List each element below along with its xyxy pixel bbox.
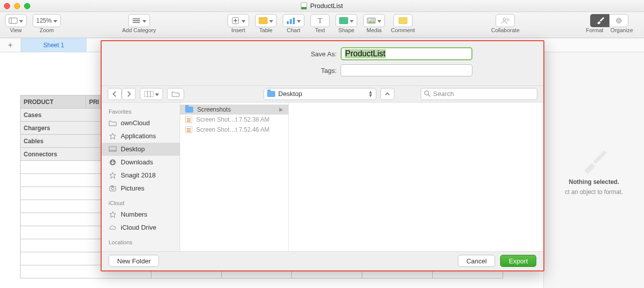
svg-rect-26 (109, 147, 116, 151)
sidebar-item-numbers[interactable]: Numbers (102, 208, 180, 221)
browser-column-2[interactable] (289, 103, 543, 251)
collaborate-label: Collaborate (491, 27, 519, 33)
sidebar-header-favorites: Favorites (102, 107, 180, 117)
location-popup[interactable]: Desktop ▲▼ (264, 88, 376, 100)
organize-button[interactable] (609, 14, 628, 27)
action-menu-button[interactable] (167, 88, 184, 100)
sidebar-item-applications[interactable]: Applications (102, 130, 180, 143)
sidebar-item-desktop[interactable]: Desktop (102, 143, 180, 156)
media-button[interactable] (363, 14, 385, 27)
browser-item-file[interactable]: Screen Shot…t 7.52.38 AM (180, 115, 288, 125)
applications-icon (109, 211, 117, 218)
organize-icon (614, 17, 623, 24)
insert-button[interactable] (227, 14, 249, 27)
nav-forward-button[interactable] (122, 88, 136, 100)
tags-label: Tags: (173, 67, 337, 74)
view-label: View (10, 27, 22, 33)
text-button[interactable]: T (310, 14, 330, 27)
shape-button[interactable] (336, 14, 357, 27)
save-as-field-wrap[interactable]: ProductList (341, 47, 472, 60)
text-label: Text (315, 27, 325, 33)
save-as-label: Save As: (173, 50, 337, 58)
browser-item-file[interactable]: Screen Shot…t 7.52.46 AM (180, 125, 288, 135)
collapse-button[interactable] (380, 88, 394, 100)
sidebar-item-owncloud[interactable]: ownCloud (102, 117, 180, 130)
sidebar-item-label: Downloads (121, 158, 153, 166)
search-field[interactable]: Search (421, 88, 537, 100)
chevron-down-icon (377, 17, 381, 24)
new-folder-button[interactable]: New Folder (109, 255, 159, 267)
add-category-label: Add Category (122, 27, 156, 33)
svg-rect-10 (293, 18, 295, 24)
file-icon (185, 116, 192, 123)
dialog-nav: Desktop ▲▼ Search (102, 86, 543, 103)
cancel-button[interactable]: Cancel (458, 255, 495, 267)
chevron-right-icon: ▶ (279, 107, 283, 112)
search-icon (424, 90, 431, 97)
inspector-panel: Nothing selected. ct an object to format… (543, 52, 644, 288)
insert-label: Insert (231, 27, 246, 33)
view-icon (9, 17, 18, 24)
chevron-right-icon (126, 91, 131, 97)
sidebar-item-downloads[interactable]: Downloads (102, 156, 180, 169)
zoom-label: Zoom (40, 27, 54, 33)
table-label: Table (259, 27, 272, 33)
organize-label: Organize (610, 27, 633, 33)
sidebar-item-label: Applications (121, 132, 156, 140)
sidebar-item-snagit[interactable]: Snagit 2018 (102, 169, 180, 182)
toolbar: View 125% Zoom Add Category Insert Table (0, 12, 644, 38)
chevron-down-icon (297, 17, 301, 24)
chevron-up-icon (384, 91, 390, 97)
comment-button[interactable] (393, 14, 413, 27)
columns-icon (144, 91, 153, 97)
zoom-button[interactable]: 125% (33, 14, 61, 27)
browser-item-label: Screen Shot…t 7.52.38 AM (196, 116, 269, 123)
export-button[interactable]: Export (500, 255, 536, 267)
plus-box-icon (231, 17, 240, 24)
dialog-body: Favorites ownCloud Applications Desktop … (102, 103, 543, 251)
sidebar-item-label: ownCloud (121, 119, 150, 127)
zoom-value: 125% (36, 17, 52, 24)
column-header[interactable]: PRODUCT (21, 95, 86, 109)
media-label: Media (366, 27, 381, 33)
tab-sheet1[interactable]: Sheet 1 (21, 38, 87, 52)
svg-rect-21 (144, 91, 153, 97)
chart-label: Chart (287, 27, 300, 33)
tags-input[interactable] (341, 64, 472, 76)
add-category-button[interactable] (128, 14, 150, 27)
browser-column-1[interactable]: Screenshots ▶ Screen Shot…t 7.52.38 AM S… (180, 103, 289, 251)
updown-icon: ▲▼ (368, 90, 373, 98)
pictures-icon (109, 185, 117, 192)
chart-icon (286, 17, 295, 24)
chevron-down-icon (350, 17, 354, 24)
collaborate-button[interactable] (496, 14, 515, 27)
sidebar-item-pictures[interactable]: Pictures (102, 182, 180, 195)
sidebar-item-label: iCloud Drive (121, 224, 156, 231)
add-sheet-button[interactable]: + (0, 38, 21, 52)
sidebar-item-label: Desktop (121, 145, 145, 153)
chevron-down-icon (269, 17, 273, 24)
window-title-text: ProductList (310, 2, 343, 10)
cancel-label: Cancel (466, 257, 487, 265)
save-as-input[interactable]: ProductList (345, 49, 386, 58)
location-label: Desktop (278, 90, 302, 98)
chevron-left-icon (112, 91, 117, 97)
desktop-icon (109, 146, 117, 153)
text-icon: T (317, 17, 322, 25)
sidebar-item-icloud-drive[interactable]: iCloud Drive (102, 221, 180, 234)
table-button[interactable] (255, 14, 277, 27)
nav-back-button[interactable] (108, 88, 122, 100)
svg-point-24 (425, 91, 429, 95)
view-mode-button[interactable] (140, 88, 163, 100)
format-label: Format (586, 27, 604, 33)
folder-icon (267, 91, 275, 97)
format-button[interactable] (590, 14, 609, 27)
new-folder-label: New Folder (117, 257, 150, 265)
chart-button[interactable] (283, 14, 304, 27)
dialog-header: Save As: ProductList Tags: (102, 41, 543, 86)
view-button[interactable] (5, 14, 27, 27)
table-icon (259, 17, 268, 24)
browser-item-screenshots[interactable]: Screenshots ▶ (180, 105, 288, 115)
comment-icon (398, 17, 408, 24)
svg-point-30 (112, 187, 114, 189)
